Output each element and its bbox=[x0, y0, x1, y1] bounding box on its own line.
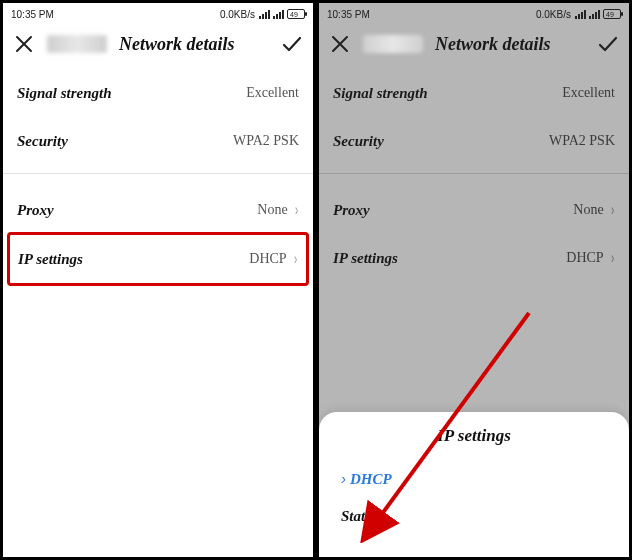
label: IP settings bbox=[333, 250, 398, 267]
value-wrap: None › bbox=[257, 201, 299, 219]
status-time: 10:35 PM bbox=[327, 9, 370, 20]
status-icons: 49 bbox=[575, 9, 621, 19]
value-wrap: DHCP › bbox=[249, 250, 298, 268]
close-icon[interactable] bbox=[329, 33, 351, 55]
value: None bbox=[573, 202, 603, 218]
signal-icon-2 bbox=[273, 9, 284, 19]
option-label: Static bbox=[341, 508, 376, 524]
value: Excellent bbox=[562, 85, 615, 101]
sheet-option-dhcp[interactable]: ›DHCP bbox=[337, 460, 611, 498]
network-name-redacted bbox=[47, 35, 107, 53]
divider bbox=[319, 173, 629, 174]
row-signal-strength: Signal strength Excellent bbox=[17, 69, 299, 117]
option-label: DHCP bbox=[350, 471, 392, 487]
label: Security bbox=[333, 133, 384, 150]
row-security: Security WPA2 PSK bbox=[333, 117, 615, 165]
screen-ip-settings-sheet: 10:35 PM 0.0KB/s 49 Network details bbox=[316, 0, 632, 560]
value: Excellent bbox=[246, 85, 299, 101]
chevron-right-icon: › bbox=[294, 250, 297, 268]
chevron-right-icon: › bbox=[611, 249, 614, 267]
status-time: 10:35 PM bbox=[11, 9, 54, 20]
label: IP settings bbox=[18, 251, 83, 268]
status-net-rate: 0.0KB/s bbox=[220, 9, 255, 20]
row-ip-settings: IP settings DHCP › bbox=[333, 234, 615, 282]
row-ip-settings[interactable]: IP settings DHCP › bbox=[18, 235, 298, 283]
value-wrap: DHCP › bbox=[566, 249, 615, 267]
signal-icon-2 bbox=[589, 9, 600, 19]
status-icons: 49 bbox=[259, 9, 305, 19]
label: Proxy bbox=[333, 202, 370, 219]
confirm-icon[interactable] bbox=[281, 33, 303, 55]
chevron-right-icon: › bbox=[611, 201, 614, 219]
signal-icon bbox=[259, 9, 270, 19]
row-proxy: Proxy None › bbox=[333, 186, 615, 234]
value-wrap: None › bbox=[573, 201, 615, 219]
divider bbox=[3, 173, 313, 174]
title-bar: Network details bbox=[3, 25, 313, 65]
row-security: Security WPA2 PSK bbox=[17, 117, 299, 165]
sheet-title: IP settings bbox=[337, 426, 611, 460]
sheet-option-static[interactable]: Static bbox=[337, 498, 611, 535]
status-right: 0.0KB/s 49 bbox=[536, 9, 621, 20]
label: Security bbox=[17, 133, 68, 150]
value: None bbox=[257, 202, 287, 218]
network-name-redacted bbox=[363, 35, 423, 53]
ip-settings-bottom-sheet: IP settings ›DHCP Static bbox=[319, 412, 629, 557]
label: Signal strength bbox=[17, 85, 112, 102]
value: DHCP bbox=[249, 251, 286, 267]
signal-icon bbox=[575, 9, 586, 19]
label: Proxy bbox=[17, 202, 54, 219]
value: WPA2 PSK bbox=[549, 133, 615, 149]
status-bar: 10:35 PM 0.0KB/s 49 bbox=[319, 3, 629, 25]
value: WPA2 PSK bbox=[233, 133, 299, 149]
status-net-rate: 0.0KB/s bbox=[536, 9, 571, 20]
value: DHCP bbox=[566, 250, 603, 266]
row-signal-strength: Signal strength Excellent bbox=[333, 69, 615, 117]
battery-icon: 49 bbox=[287, 9, 305, 19]
page-title: Network details bbox=[115, 34, 273, 55]
close-icon[interactable] bbox=[13, 33, 35, 55]
screen-network-details: 10:35 PM 0.0KB/s 49 Network details bbox=[0, 0, 316, 560]
label: Signal strength bbox=[333, 85, 428, 102]
row-proxy[interactable]: Proxy None › bbox=[17, 186, 299, 234]
settings-list: Signal strength Excellent Security WPA2 … bbox=[3, 65, 313, 557]
status-bar: 10:35 PM 0.0KB/s 49 bbox=[3, 3, 313, 25]
page-title: Network details bbox=[431, 34, 589, 55]
chevron-right-icon: › bbox=[341, 470, 346, 487]
highlight-ip-settings: IP settings DHCP › bbox=[7, 232, 309, 286]
chevron-right-icon: › bbox=[295, 201, 298, 219]
confirm-icon[interactable] bbox=[597, 33, 619, 55]
status-right: 0.0KB/s 49 bbox=[220, 9, 305, 20]
title-bar: Network details bbox=[319, 25, 629, 65]
battery-icon: 49 bbox=[603, 9, 621, 19]
